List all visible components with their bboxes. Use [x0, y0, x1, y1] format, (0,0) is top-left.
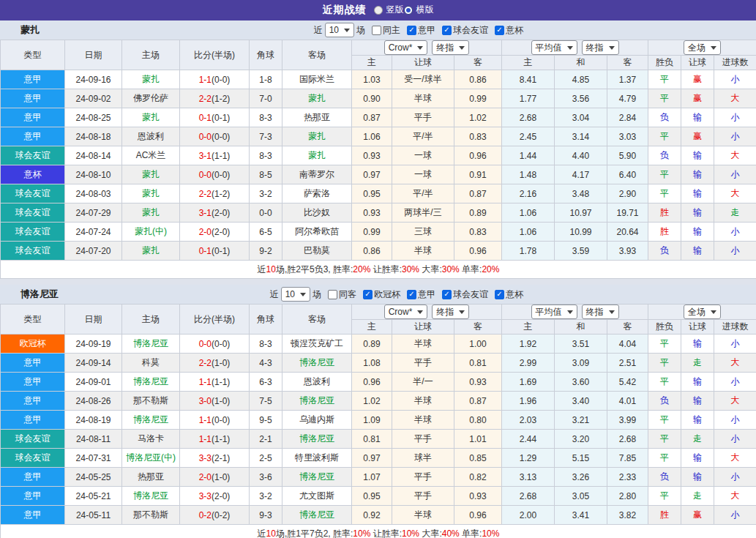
dropdown-caret-icon [300, 293, 306, 296]
corner-count: 8-5 [250, 165, 282, 184]
avg-home: 1.29 [502, 449, 555, 468]
result-winloss: 平 [648, 487, 681, 506]
match-score: 3-0(1-0) [180, 392, 250, 411]
match-date: 24-09-19 [65, 335, 122, 354]
fulltime-score: 1-1 [199, 377, 212, 387]
sub-column-header: 让球 [681, 56, 714, 70]
result-goals: 小 [714, 373, 756, 392]
match-date: 24-09-14 [65, 354, 122, 373]
matches-count-select[interactable]: 10 [281, 287, 310, 302]
page: 近期战绩 竖版横版 蒙扎近10场同主✓意甲✓球会友谊✓意杯类型日期主场比分(半场… [0, 0, 756, 538]
filter-checkbox-意甲[interactable]: ✓意甲 [407, 288, 435, 301]
halftime-score: (1-0) [212, 396, 230, 406]
bookmaker-select[interactable]: Crow* [384, 40, 428, 55]
filter-checkbox-球会友谊[interactable]: ✓球会友谊 [442, 24, 488, 37]
layout-radio-selected[interactable]: 横版 [404, 4, 434, 16]
fullgame-select[interactable]: 全场 [684, 305, 721, 319]
near-label: 近 [314, 24, 323, 37]
odds-stage-select[interactable]: 终指 [432, 40, 469, 55]
avg-home: 1.48 [502, 165, 555, 184]
avg-home: 1.92 [502, 335, 555, 354]
checkbox-label: 意杯 [506, 24, 523, 37]
avg-stage-select[interactable]: 终指 [582, 40, 619, 55]
filter-checkbox-同客[interactable]: 同客 [328, 288, 356, 301]
match-type-badge: 意甲 [1, 392, 65, 411]
filter-checkbox-球会友谊[interactable]: ✓球会友谊 [442, 288, 488, 301]
odds-away: 0.87 [454, 392, 502, 411]
dropdown-selected-label: 全场 [688, 42, 706, 54]
sub-column-header: 客 [454, 56, 502, 70]
halftime-score: (1-1) [212, 377, 230, 387]
corner-count: 6-3 [250, 373, 282, 392]
stat-label: 单率: [460, 264, 482, 274]
avg-stage-select[interactable]: 终指 [582, 305, 619, 319]
odds-handicap: 两球半/三 [392, 203, 454, 223]
odds-away: 0.91 [454, 165, 502, 184]
odds-home: 0.99 [352, 223, 392, 242]
match-score: 2-0(1-0) [180, 468, 250, 487]
away-team: 阿尔希欧苗 [282, 223, 352, 242]
team-section: 蒙扎近10场同主✓意甲✓球会友谊✓意杯类型日期主场比分(半场)角球客场Crow*… [0, 20, 756, 279]
dropdown-selected-label: 平均值 [536, 306, 562, 318]
filter-checkbox-意杯[interactable]: ✓意杯 [495, 24, 523, 37]
sub-column-header: 和 [555, 320, 607, 335]
match-type-badge: 意甲 [1, 468, 65, 487]
stat-value: 10 [266, 528, 276, 538]
average-select[interactable]: 平均值 [531, 305, 577, 319]
stat-value: 30% [402, 264, 419, 274]
odds-home: 0.96 [352, 373, 392, 392]
match-score: 2-2(1-0) [180, 354, 250, 373]
match-type-badge: 意甲 [1, 70, 65, 89]
checkbox-unchecked-icon [372, 26, 381, 35]
fulltime-score: 2-2 [199, 189, 212, 199]
match-date: 24-05-21 [65, 487, 122, 506]
odds-away: 0.83 [454, 127, 502, 146]
table-group-header-row: 类型日期主场比分(半场)角球客场Crow*终指平均值终指全场 [1, 40, 756, 56]
avg-home: 1.96 [502, 392, 555, 411]
filter-checkbox-同主[interactable]: 同主 [372, 24, 400, 37]
home-team: 博洛尼亚 [122, 487, 180, 506]
result-winloss: 胜 [648, 223, 681, 242]
matches-count-select[interactable]: 10 [325, 23, 354, 37]
match-row: 意甲24-09-16蒙扎1-1(0-0)1-8国际米兰1.03受一/球半0.86… [1, 70, 756, 89]
fulltime-score: 2-0 [199, 227, 212, 237]
sub-column-header: 进球数 [714, 56, 756, 70]
stat-label: 让胜率: [370, 264, 402, 274]
match-type-badge: 球会友谊 [1, 203, 65, 223]
odds-handicap: 三球 [392, 223, 454, 242]
filter-checkbox-欧冠杯[interactable]: ✓欧冠杯 [363, 288, 400, 301]
avg-away: 2.84 [607, 108, 648, 127]
halftime-score: (0-1) [212, 246, 230, 256]
match-type-badge: 意甲 [1, 506, 65, 525]
filter-checkbox-意杯[interactable]: ✓意杯 [495, 288, 523, 301]
odds-handicap: 一球 [392, 165, 454, 184]
avg-draw: 10.97 [555, 203, 607, 223]
odds-stage-select[interactable]: 终指 [432, 305, 469, 319]
fullgame-select[interactable]: 全场 [684, 40, 721, 55]
result-goals: 小 [714, 430, 756, 449]
bookmaker-select[interactable]: Crow* [384, 305, 428, 319]
avg-away: 5.90 [607, 146, 648, 165]
stat-value: 30% [442, 264, 460, 274]
home-team: 蒙扎 [122, 203, 180, 223]
odds-home: 1.08 [352, 354, 392, 373]
avg-group-header: 平均值终指 [502, 40, 648, 56]
avg-away: 19.71 [607, 203, 648, 223]
result-winloss: 平 [648, 449, 681, 468]
match-score: 1-1(0-0) [180, 411, 250, 430]
matches-suffix-label: 场 [356, 24, 365, 37]
result-handicap: 赢 [681, 70, 714, 89]
halftime-score: (0-0) [212, 170, 230, 180]
dropdown-selected-label: 10 [329, 25, 339, 35]
checkbox-checked-icon: ✓ [495, 290, 504, 299]
halftime-score: (1-0) [212, 472, 230, 482]
layout-radio-option[interactable]: 竖版 [374, 4, 404, 16]
halftime-score: (0-0) [212, 132, 230, 142]
avg-away: 2.51 [607, 354, 648, 373]
average-select[interactable]: 平均值 [531, 40, 577, 55]
near-label: 近 [270, 288, 279, 301]
odds-home: 0.92 [352, 506, 392, 525]
column-header: 日期 [65, 305, 122, 335]
filter-checkbox-意甲[interactable]: ✓意甲 [407, 24, 435, 37]
stat-value: 40% [442, 528, 460, 538]
